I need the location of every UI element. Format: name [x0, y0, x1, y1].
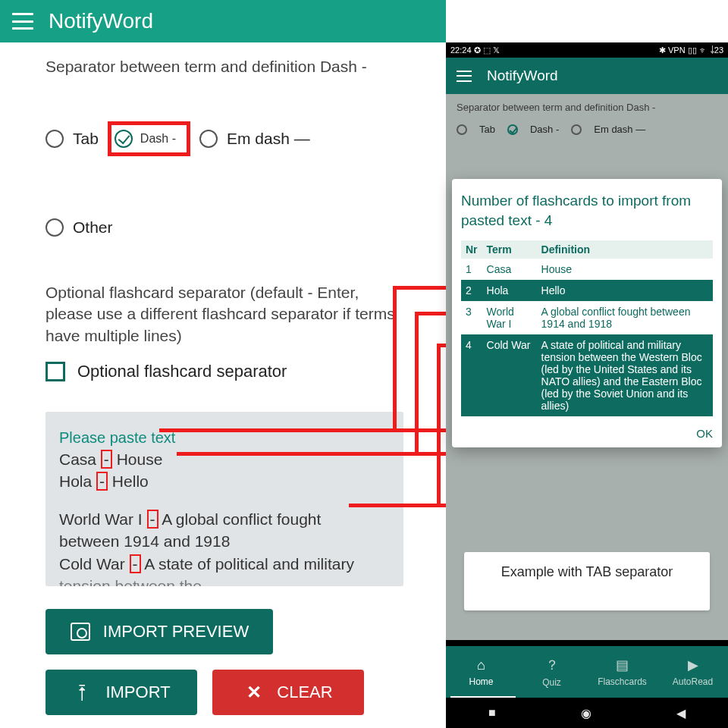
radio-icon — [46, 218, 64, 237]
nav-quiz[interactable]: ？Quiz — [516, 646, 587, 698]
example-card-title: Example with TAB separator — [475, 564, 699, 580]
status-icons: ✱ VPN ▯▯ ᯤ ⏚23 — [659, 46, 723, 55]
android-back-icon[interactable]: ◀ — [676, 706, 686, 720]
paste-line-3: World War I - A global conflict fought — [59, 508, 390, 530]
upload-icon: ⭱ — [72, 682, 93, 703]
nav-flashcards[interactable]: ▤Flaschcards — [587, 646, 657, 698]
separator-radio-group: Tab Dash - Em dash — — [46, 121, 403, 156]
ok-button[interactable]: OK — [461, 427, 713, 440]
close-icon: ✕ — [243, 682, 265, 703]
annotation-line — [393, 286, 397, 431]
menu-icon[interactable] — [12, 13, 33, 30]
annotation-line — [177, 452, 469, 456]
radio-icon — [46, 130, 64, 148]
radio-other[interactable]: Other — [46, 218, 113, 237]
status-time: 22:24 ✪ ⬚ 𝕏 — [450, 46, 500, 55]
dash-highlight-icon: - — [130, 554, 141, 573]
nav-label: Quiz — [542, 677, 561, 688]
paste-line-2: Hola - Hello — [59, 470, 390, 492]
button-row-2: ⭱ IMPORT ✕ CLEAR — [46, 670, 403, 715]
phone-header: NotifyWord — [446, 58, 728, 94]
android-nav-bar: ■ ◉ ◀ — [446, 698, 728, 728]
radio-emdash[interactable]: Em dash — — [199, 130, 310, 148]
phone-radio-group: Tab Dash - Em dash — — [457, 124, 717, 135]
radio-icon[interactable] — [457, 124, 467, 135]
phone-screen: 22:24 ✪ ⬚ 𝕏 ✱ VPN ▯▯ ᯤ ⏚23 NotifyWord Se… — [446, 42, 728, 728]
dash-highlight-icon: - — [147, 510, 158, 529]
paste-line-3b: between 1914 and 1918 — [59, 530, 390, 552]
table-row: 3World War IA global conflict fought bet… — [461, 301, 713, 334]
button-row-1: IMPORT PREVIEW — [46, 609, 403, 654]
col-term: Term — [482, 240, 537, 259]
nav-home[interactable]: ⌂Home — [446, 646, 516, 698]
table-header-row: Nr Term Definition — [461, 240, 713, 259]
annotation-line — [159, 428, 469, 432]
example-card[interactable]: Example with TAB separator — [464, 552, 710, 610]
table-row: 1CasaHouse — [461, 259, 713, 280]
nav-label: Flaschcards — [598, 676, 647, 687]
radio-label: Em dash — — [594, 124, 645, 135]
radio-icon — [199, 130, 218, 148]
radio-label: Dash - — [530, 124, 559, 135]
annotation-line — [415, 312, 419, 455]
radio-label: Tab — [479, 124, 495, 135]
play-icon: ▶ — [688, 657, 698, 673]
radio-tab[interactable]: Tab — [46, 130, 99, 148]
paste-textarea[interactable]: Please paste text Casa - House Hola - He… — [46, 412, 403, 586]
app-title: NotifyWord — [49, 9, 153, 33]
annotation-line — [437, 344, 441, 507]
nav-label: AutoRead — [673, 676, 713, 687]
radio-label: Em dash — — [227, 130, 310, 148]
col-nr: Nr — [461, 240, 482, 259]
radio-other-row: Other — [46, 218, 403, 237]
button-label: IMPORT — [105, 682, 170, 702]
optional-separator-info: Optional flashcard separator (default - … — [46, 282, 403, 347]
bottom-nav: ⌂Home ？Quiz ▤Flaschcards ▶AutoRead — [446, 646, 728, 698]
preview-icon — [70, 621, 91, 642]
dialog-title: Number of flashcards to import from past… — [461, 191, 713, 230]
clear-button[interactable]: ✕ CLEAR — [212, 670, 364, 715]
import-button[interactable]: ⭱ IMPORT — [46, 670, 197, 715]
radio-dash-highlighted[interactable]: Dash - — [108, 121, 190, 156]
table-row: 4Cold WarA state of political and milita… — [461, 334, 713, 416]
android-home-icon[interactable]: ◉ — [581, 706, 592, 720]
nav-autoread[interactable]: ▶AutoRead — [657, 646, 728, 698]
radio-icon[interactable] — [571, 124, 582, 135]
radio-label: Other — [73, 218, 113, 237]
main-screen: NotifyWord Separator between term and de… — [0, 0, 446, 728]
button-label: IMPORT PREVIEW — [103, 622, 249, 642]
quiz-icon: ？ — [545, 656, 559, 674]
flashcard-table: Nr Term Definition 1CasaHouse 2HolaHello… — [461, 240, 713, 416]
radio-label: Dash - — [140, 132, 176, 146]
radio-checked-icon[interactable] — [507, 124, 518, 135]
separator-heading: Separator between term and definition Da… — [46, 58, 403, 76]
separator-heading: Separator between term and definition Da… — [457, 102, 717, 113]
phone-body: Separator between term and definition Da… — [446, 94, 728, 640]
phone-bg-content: Separator between term and definition Da… — [446, 94, 728, 143]
dash-highlight-icon: - — [96, 472, 108, 491]
android-recent-icon[interactable]: ■ — [488, 706, 496, 720]
button-label: CLEAR — [277, 682, 332, 702]
import-form: Separator between term and definition Da… — [0, 42, 446, 715]
optional-separator-checkbox[interactable]: Optional flashcard separator — [46, 362, 403, 381]
status-bar: 22:24 ✪ ⬚ 𝕏 ✱ VPN ▯▯ ᯤ ⏚23 — [446, 42, 728, 58]
import-preview-button[interactable]: IMPORT PREVIEW — [46, 609, 273, 654]
phone-title: NotifyWord — [487, 67, 558, 84]
paste-line-4: Cold War - A state of political and mili… — [59, 553, 390, 575]
nav-label: Home — [469, 676, 493, 687]
radio-label: Tab — [73, 130, 99, 148]
import-preview-dialog: Number of flashcards to import from past… — [452, 179, 722, 447]
col-def: Definition — [537, 240, 713, 259]
dash-highlight-icon: - — [101, 450, 112, 469]
cards-icon: ▤ — [616, 657, 629, 673]
home-icon: ⌂ — [477, 657, 485, 673]
radio-checked-icon — [115, 130, 133, 148]
paste-line-4b: tension between the — [59, 575, 390, 586]
checkbox-icon — [46, 362, 65, 381]
checkbox-label: Optional flashcard separator — [77, 362, 287, 381]
menu-icon[interactable] — [457, 71, 472, 82]
table-row: 2HolaHello — [461, 280, 713, 301]
app-header: NotifyWord — [0, 0, 446, 42]
